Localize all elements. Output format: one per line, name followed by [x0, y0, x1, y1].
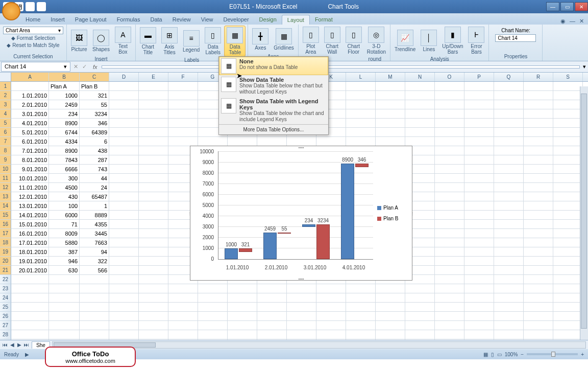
- bar[interactable]: 321: [239, 248, 252, 252]
- cell[interactable]: [435, 293, 464, 303]
- cell[interactable]: [376, 137, 405, 146]
- cell[interactable]: [553, 119, 583, 128]
- row-header[interactable]: 13: [0, 192, 11, 201]
- cell[interactable]: [494, 284, 524, 293]
- cell[interactable]: [139, 257, 168, 266]
- office-button[interactable]: [2, 2, 20, 20]
- cell[interactable]: [11, 275, 49, 284]
- cell[interactable]: [228, 330, 257, 339]
- cell[interactable]: [287, 312, 316, 321]
- cell[interactable]: [139, 293, 168, 303]
- cell[interactable]: [464, 247, 494, 257]
- cell[interactable]: [524, 192, 553, 201]
- cell[interactable]: [464, 293, 494, 303]
- reset-style-button[interactable]: ◆Reset to Match Style: [5, 42, 61, 49]
- cell[interactable]: [464, 330, 494, 339]
- cell[interactable]: [287, 321, 316, 330]
- cell[interactable]: 234: [49, 109, 80, 119]
- cell[interactable]: [109, 275, 139, 284]
- cell[interactable]: [139, 192, 168, 201]
- cell[interactable]: [257, 293, 287, 303]
- cell[interactable]: [109, 312, 139, 321]
- axes-button[interactable]: ╋Axes: [250, 27, 271, 52]
- cell[interactable]: [346, 293, 376, 303]
- cell[interactable]: [464, 211, 494, 220]
- row-header[interactable]: 23: [0, 284, 11, 293]
- cell[interactable]: 6666: [49, 165, 80, 174]
- tab-developer[interactable]: Developer: [218, 15, 254, 25]
- cell[interactable]: [494, 137, 524, 146]
- cell[interactable]: [553, 183, 583, 192]
- cell[interactable]: [524, 275, 553, 284]
- updown-bars-button[interactable]: ▮Up/Down Bars: [440, 26, 465, 56]
- cell[interactable]: 1: [80, 201, 109, 211]
- row-header[interactable]: 21: [0, 266, 11, 275]
- cell[interactable]: [435, 183, 464, 192]
- cell[interactable]: [257, 312, 287, 321]
- cell[interactable]: 346: [80, 119, 109, 128]
- expand-formula-icon[interactable]: ▾: [581, 63, 588, 70]
- cell[interactable]: 946: [49, 257, 80, 266]
- cell[interactable]: 1.01.2010: [11, 91, 49, 100]
- cell[interactable]: [109, 293, 139, 303]
- cell[interactable]: 5.01.2010: [11, 128, 49, 137]
- column-header[interactable]: C: [80, 73, 109, 81]
- redo-icon[interactable]: ↷: [37, 2, 46, 11]
- select-all-corner[interactable]: [0, 73, 11, 81]
- cell[interactable]: [139, 303, 168, 312]
- cell[interactable]: [553, 146, 583, 155]
- cell[interactable]: 19.01.2010: [11, 257, 49, 266]
- cell[interactable]: 438: [80, 146, 109, 155]
- cell[interactable]: [139, 201, 168, 211]
- cell[interactable]: 4334: [49, 137, 80, 146]
- cell[interactable]: 6: [80, 137, 109, 146]
- cell[interactable]: [494, 220, 524, 229]
- cell[interactable]: [168, 312, 198, 321]
- cell[interactable]: [109, 82, 139, 91]
- cell[interactable]: [316, 321, 346, 330]
- cell[interactable]: 566: [80, 266, 109, 275]
- gridlines-button[interactable]: ▦Gridlines: [272, 27, 296, 52]
- cell[interactable]: [553, 174, 583, 183]
- chart-title-button[interactable]: ▬Chart Title: [138, 26, 158, 56]
- cell[interactable]: 8889: [80, 211, 109, 220]
- cell[interactable]: [257, 321, 287, 330]
- cell[interactable]: [109, 137, 139, 146]
- cell[interactable]: 6744: [49, 128, 80, 137]
- cell[interactable]: 287: [80, 155, 109, 165]
- cell[interactable]: [139, 266, 168, 275]
- cell[interactable]: [228, 312, 257, 321]
- cell[interactable]: [11, 284, 49, 293]
- column-header[interactable]: O: [435, 73, 464, 81]
- cell[interactable]: [376, 284, 405, 293]
- cell[interactable]: 3445: [80, 229, 109, 238]
- cell[interactable]: [109, 183, 139, 192]
- cell[interactable]: [494, 91, 524, 100]
- cell[interactable]: [168, 293, 198, 303]
- cell[interactable]: [139, 211, 168, 220]
- cell[interactable]: [346, 82, 376, 91]
- cell[interactable]: [494, 229, 524, 238]
- cell[interactable]: [139, 174, 168, 183]
- cell[interactable]: 5880: [49, 238, 80, 247]
- cell[interactable]: [346, 303, 376, 312]
- macro-record-icon[interactable]: ▶: [25, 352, 29, 357]
- cell[interactable]: [524, 293, 553, 303]
- cell[interactable]: [464, 100, 494, 109]
- cell[interactable]: [346, 91, 376, 100]
- cell[interactable]: [109, 330, 139, 339]
- cell[interactable]: [109, 303, 139, 312]
- cell[interactable]: [553, 165, 583, 174]
- cell[interactable]: 12.01.2010: [11, 192, 49, 201]
- cell[interactable]: [553, 330, 583, 339]
- cell[interactable]: [405, 137, 435, 146]
- sheet-nav-last[interactable]: ⏭: [23, 342, 30, 348]
- cell[interactable]: [464, 201, 494, 211]
- cell[interactable]: [524, 174, 553, 183]
- cell[interactable]: 8.01.2010: [11, 155, 49, 165]
- cell[interactable]: [435, 321, 464, 330]
- cell[interactable]: [494, 119, 524, 128]
- help-icon[interactable]: ◉: [560, 18, 566, 25]
- zoom-slider[interactable]: [527, 353, 578, 355]
- cell[interactable]: [435, 165, 464, 174]
